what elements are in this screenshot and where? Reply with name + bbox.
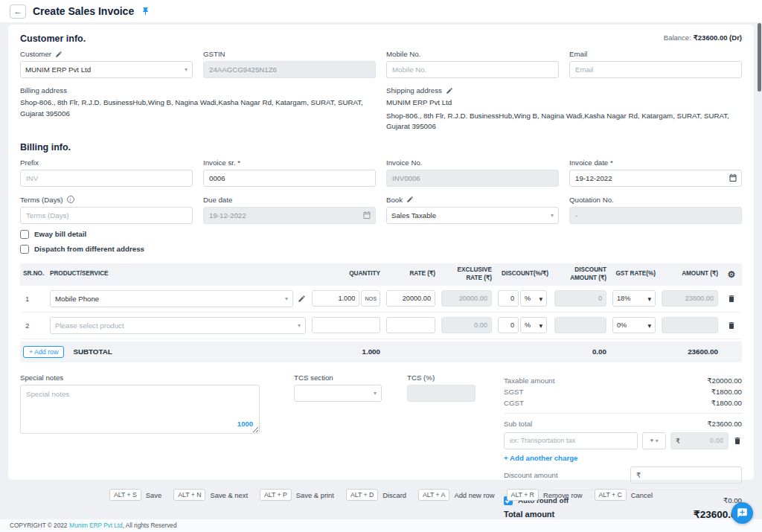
quantity-input[interactable] xyxy=(312,317,380,333)
add-another-charge-link[interactable]: + Add another charge xyxy=(504,454,742,462)
invoice-date-input[interactable] xyxy=(569,170,742,187)
discount-unit-select[interactable]: %▾ xyxy=(520,290,547,307)
taxable-amount-label: Taxable amount xyxy=(504,376,554,385)
add-row-button[interactable]: + Add row xyxy=(23,346,64,358)
chevron-down-icon: ▾ xyxy=(285,295,288,302)
header-discount: DISCOUNT(%/₹) xyxy=(498,270,548,278)
terms-label: Terms (Days) xyxy=(20,196,63,204)
gst-rate-select[interactable]: 0%▾ xyxy=(612,317,656,333)
header-gst-rate: GST RATE(%) xyxy=(612,270,656,278)
discount-input[interactable] xyxy=(498,317,519,333)
chevron-down-icon: ▾ xyxy=(647,295,651,303)
gstin-input xyxy=(203,61,376,78)
header-discount-amount: DISCOUNT AMOUNT (₹) xyxy=(554,266,606,282)
discount-unit-select[interactable]: %▾ xyxy=(520,317,547,333)
edit-customer-icon[interactable] xyxy=(55,51,63,58)
customer-select[interactable]: MUNIM ERP Pvt Ltd▾ xyxy=(20,61,193,78)
pin-icon[interactable] xyxy=(141,7,150,16)
header-quantity: QUANTITY xyxy=(312,270,380,278)
shortcut-cancel: ALT + CCancel xyxy=(595,489,653,501)
invoice-sr-label: Invoice sr. * xyxy=(203,158,376,167)
eway-bill-checkbox-row: Eway bill detail xyxy=(20,230,742,239)
rate-input[interactable] xyxy=(386,290,435,307)
trash-icon[interactable] xyxy=(727,321,736,330)
subtotal-label: SUBTOTAL xyxy=(73,347,112,356)
book-select[interactable]: Sales Taxable▾ xyxy=(386,207,559,224)
rupee-symbol: ₹ xyxy=(676,437,680,445)
product-select[interactable]: Mobile Phone▾ xyxy=(50,290,293,307)
product-select[interactable]: Please select product▾ xyxy=(50,317,306,334)
header-srno: SR.NO. xyxy=(23,270,44,278)
calendar-icon xyxy=(362,211,371,219)
edit-book-icon[interactable] xyxy=(406,196,414,203)
gstin-label: GSTIN xyxy=(203,50,376,58)
prefix-input[interactable] xyxy=(20,170,193,187)
charge-amount-field: ₹ xyxy=(670,432,729,449)
shortcut-save: ALT + SSave xyxy=(109,489,161,501)
balance-value: ₹23600.00 (Dr) xyxy=(694,33,742,42)
terms-input[interactable] xyxy=(20,207,193,224)
email-input[interactable] xyxy=(569,61,742,78)
divider xyxy=(504,413,742,414)
shipping-name: MUNIM ERP Pvt Ltd xyxy=(386,97,742,109)
back-icon: ← xyxy=(14,7,22,16)
chevron-down-icon: ▾ xyxy=(647,321,651,330)
edit-shipping-address-icon[interactable] xyxy=(446,87,453,94)
due-date-input xyxy=(203,207,376,224)
amount-input xyxy=(662,290,718,307)
subtotal-quantity: 1.000 xyxy=(312,347,380,356)
customer-field: Customer MUNIM ERP Pvt Ltd▾ xyxy=(20,50,193,78)
dispatch-checkbox[interactable] xyxy=(20,245,29,254)
shipping-address-label: Shipping address xyxy=(386,86,442,94)
subtotal-label: Sub total xyxy=(504,420,532,428)
charge-name-input[interactable] xyxy=(504,432,638,449)
gear-icon[interactable]: ⚙ xyxy=(728,270,736,279)
address-row: Billing address Shop-806., 8th Flr, R.J.… xyxy=(20,86,742,132)
mobile-input[interactable] xyxy=(386,61,559,78)
rate-input[interactable] xyxy=(386,317,435,333)
email-label: Email xyxy=(569,50,742,58)
discount-amount-input xyxy=(554,290,606,307)
total-amount-label: Total amount xyxy=(504,510,554,519)
taxable-amount-value: ₹20000.00 xyxy=(707,376,742,385)
tcs-section-select[interactable]: ▾ xyxy=(294,385,382,402)
company-link[interactable]: Munim ERP Pvt Ltd xyxy=(69,522,122,529)
items-table-header: SR.NO. PRODUCT/SERVICE QUANTITY RATE (₹)… xyxy=(20,263,742,286)
discount-amount-field: ₹ xyxy=(630,467,742,484)
subtotal-discount-amount: 0.00 xyxy=(554,347,606,356)
cgst-value: ₹1800.00 xyxy=(711,399,742,407)
header-exclusive-rate: EXCLUSIVE RATE (₹) xyxy=(441,266,492,282)
discount-amount-input[interactable] xyxy=(644,471,736,478)
chat-widget-button[interactable] xyxy=(731,502,753,524)
trash-icon[interactable] xyxy=(727,294,736,304)
billing-address-text: Shop-806., 8th Flr, R.J.D. BusinessHub,W… xyxy=(20,97,376,119)
tcs-section-label: TCS section xyxy=(294,374,382,382)
edit-product-icon[interactable] xyxy=(298,295,306,303)
char-counter: 1000 xyxy=(237,420,253,428)
invoice-sr-input[interactable] xyxy=(203,170,376,187)
discount-amount-input xyxy=(554,317,606,333)
scrollbar[interactable] xyxy=(758,23,761,92)
chevron-down-icon: ▾ xyxy=(539,321,542,330)
chevron-down-icon: ▾ xyxy=(185,66,188,73)
eway-bill-checkbox[interactable] xyxy=(20,230,29,239)
calendar-icon[interactable] xyxy=(729,173,737,182)
header-product: PRODUCT/SERVICE xyxy=(50,270,306,278)
tcs-percent-label: TCS (%) xyxy=(407,374,476,382)
subtotal-amount: 23600.00 xyxy=(662,347,718,356)
sgst-value: ₹1800.00 xyxy=(711,388,742,396)
book-field: Book Sales Taxable▾ xyxy=(386,196,559,224)
trash-icon[interactable] xyxy=(733,436,742,446)
discount-input[interactable] xyxy=(498,290,519,307)
quantity-input[interactable] xyxy=(312,290,359,307)
gst-rate-select[interactable]: 18%▾ xyxy=(612,290,656,307)
info-icon[interactable]: i xyxy=(67,196,74,203)
eway-bill-label: Eway bill detail xyxy=(34,230,86,238)
prefix-label: Prefix xyxy=(20,158,193,167)
discount-amount-label: Discount amount xyxy=(504,471,558,479)
back-button[interactable]: ← xyxy=(10,4,26,19)
balance-label: Balance: xyxy=(664,33,691,42)
special-notes-textarea[interactable] xyxy=(20,385,260,434)
customer-label: Customer xyxy=(20,50,51,58)
charge-sign-select[interactable]: +▾ xyxy=(642,432,666,449)
